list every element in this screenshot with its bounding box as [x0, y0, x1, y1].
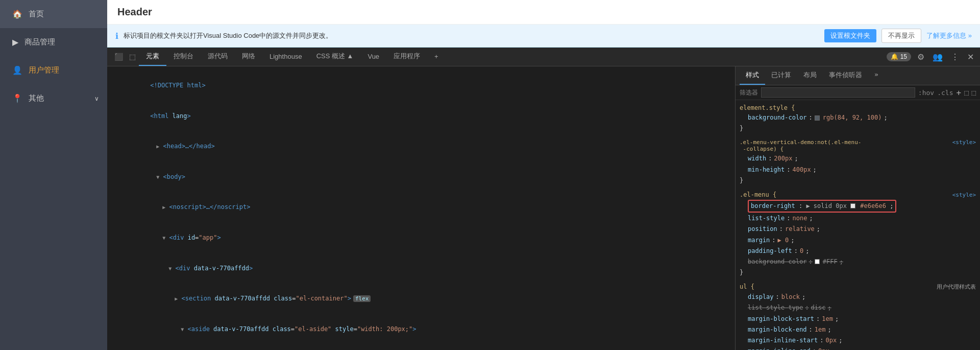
tab-computed[interactable]: 已计算 [765, 66, 797, 85]
tab-css-overview[interactable]: CSS 概述 ▲ [309, 48, 361, 66]
info-icon: ℹ [115, 31, 118, 41]
learn-more-link[interactable]: 了解更多信息 » [926, 31, 972, 40]
tab-styles[interactable]: 样式 [740, 66, 765, 85]
html-line: ▶ <noscript>…</noscript> [107, 192, 735, 223]
css-property: list-style [748, 214, 785, 223]
css-value: 0 [800, 246, 803, 256]
css-property: position [748, 224, 777, 234]
style-prop-row[interactable]: list-style : none ; [740, 213, 976, 224]
notification-text: 标识项目的根文件夹以打开Visual Studio Code中的源文件并同步更改… [124, 31, 819, 40]
device-icon[interactable]: ⬚ [126, 49, 139, 65]
html-line: ▼ <aside data-v-770affdd class="el-aside… [107, 314, 735, 345]
color-swatch [850, 203, 855, 208]
style-prop-row[interactable]: position : relative ; [740, 224, 976, 235]
html-line: ▼ <body> [107, 162, 735, 193]
styles-panel: 样式 已计算 布局 事件侦听器 » 筛选器 :hov .cls + ⬚ ⬚ [735, 66, 980, 350]
set-root-folder-button[interactable]: 设置根文件夹 [824, 29, 876, 42]
style-closing: } [740, 123, 976, 134]
page-title: Header [117, 6, 152, 17]
sidebar-item-other[interactable]: 📍 其他 ∨ [0, 84, 107, 112]
style-prop-row[interactable]: min-height : 400px ; [740, 165, 976, 175]
devtools-body: <!DOCTYPE html> <html lang> ▶ <head>…</h… [107, 66, 980, 350]
style-selector: .el-menu { [740, 191, 776, 198]
style-section-ul: ul { 用户代理样式表 display : block ; list-styl… [740, 283, 976, 350]
style-selector: element.style { [740, 104, 795, 111]
html-line: <!DOCTYPE html> [107, 71, 735, 101]
tab-add[interactable]: + [427, 49, 446, 65]
share-icon[interactable]: 👥 [930, 50, 945, 64]
style-section-element: element.style { background-color : rgb(8… [740, 104, 976, 134]
sidebar: 🏠 首页 ▶ 商品管理 👤 用户管理 📍 其他 ∨ [0, 0, 107, 350]
filter-label: 筛选器 [740, 88, 758, 97]
html-line: <html lang> [107, 101, 735, 132]
more-icon[interactable]: ⋮ [949, 50, 961, 64]
copy-icon[interactable]: ⬚ [972, 88, 976, 97]
style-prop-row[interactable]: display : block ; [740, 292, 976, 302]
tab-elements[interactable]: 元素 [139, 48, 166, 66]
style-prop-row[interactable]: margin-block-start : 1em ; [740, 314, 976, 324]
devtools-toolbar: 🔔 15 ⚙ 👥 ⋮ ✕ [887, 50, 976, 64]
tab-more[interactable]: » [868, 66, 885, 85]
tab-application[interactable]: 应用程序 [386, 48, 427, 66]
style-selector-row: element.style { [740, 104, 976, 111]
main-area: Header ℹ 标识项目的根文件夹以打开Visual Studio Code中… [107, 0, 980, 350]
css-value: 0px [818, 346, 829, 350]
tab-network[interactable]: 网络 [235, 48, 262, 66]
home-icon: 🏠 [12, 9, 22, 19]
css-property: background-color [748, 113, 807, 123]
css-property: margin-inline-start [748, 336, 818, 345]
css-value: #e6e6e6 [860, 202, 886, 209]
style-closing: } [740, 175, 976, 186]
settings-icon[interactable]: ⚙ [915, 50, 926, 64]
sidebar-item-home[interactable]: 🏠 首页 [0, 0, 107, 28]
tab-console[interactable]: 控制台 [166, 48, 201, 66]
style-prop-row[interactable]: margin-inline-start : 0px ; [740, 335, 976, 346]
style-prop-row[interactable]: padding-left : 0 ; [740, 246, 976, 256]
style-source: <style> [952, 139, 976, 146]
product-icon: ▶ [12, 37, 18, 47]
style-prop-row[interactable]: margin : ▶ 0 ; [740, 235, 976, 246]
css-value: #FFF [823, 257, 838, 267]
style-prop-row-crossed[interactable]: list-style-type : disc ; [740, 302, 976, 313]
html-line: ▼ <div data-v-770affdd> [107, 344, 735, 350]
sidebar-item-label: 其他 [29, 94, 44, 103]
inspect-icon[interactable]: ⬛ [111, 49, 126, 65]
html-panel[interactable]: <!DOCTYPE html> <html lang> ▶ <head>…</h… [107, 66, 735, 350]
css-value: 200px [774, 154, 792, 164]
style-prop-row-crossed[interactable]: background-color : #FFF ; [740, 256, 976, 267]
color-swatch [815, 115, 820, 121]
sidebar-item-users[interactable]: 👤 用户管理 [0, 56, 107, 84]
tab-layout[interactable]: 布局 [797, 66, 823, 85]
css-property: margin-block-start [748, 314, 814, 324]
sidebar-item-products[interactable]: ▶ 商品管理 [0, 28, 107, 56]
styles-tab-bar: 样式 已计算 布局 事件侦听器 » [736, 66, 980, 85]
style-prop-row-border[interactable]: border-right : ▶ solid 0px #e6e6e6 ; [740, 199, 976, 213]
close-icon[interactable]: ✕ [965, 50, 976, 64]
add-style-icon[interactable]: + [956, 88, 961, 98]
user-icon: 👤 [12, 65, 22, 75]
sidebar-item-label: 商品管理 [24, 37, 55, 47]
tab-lighthouse[interactable]: Lighthouse [262, 49, 309, 65]
css-property: list-style-type [748, 303, 803, 313]
dismiss-notification-button[interactable]: 不再显示 [881, 29, 921, 43]
tab-vue[interactable]: Vue [360, 49, 386, 65]
style-prop-row[interactable]: background-color : rgb(84, 92, 100) ; [740, 112, 976, 123]
html-line: ▼ <div data-v-770affdd> [107, 253, 735, 284]
tab-event-listeners[interactable]: 事件侦听器 [823, 66, 868, 85]
chevron-down-icon: ∨ [94, 95, 99, 102]
css-value: 1em [822, 314, 833, 324]
css-property: margin-block-end [748, 325, 807, 335]
tab-sources[interactable]: 源代码 [201, 48, 235, 66]
style-prop-row[interactable]: margin-inline-end : 0px ; [740, 346, 976, 350]
toggle-icon[interactable]: ⬚ [964, 88, 968, 97]
html-line: ▶ <head>…</head> [107, 131, 735, 162]
filter-cls[interactable]: .cls [937, 89, 953, 97]
style-prop-row[interactable]: width : 200px ; [740, 153, 976, 164]
issues-badge[interactable]: 🔔 15 [887, 52, 911, 61]
filter-hov[interactable]: :hov [918, 89, 934, 97]
filter-input[interactable] [761, 87, 915, 98]
css-value: none [792, 214, 807, 223]
style-prop-row[interactable]: margin-block-end : 1em ; [740, 324, 976, 335]
css-value: 400px [792, 165, 811, 175]
page-header: Header [107, 0, 980, 25]
